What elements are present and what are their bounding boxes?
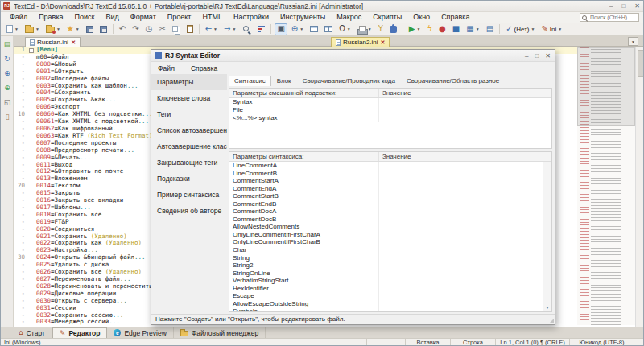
value-cell[interactable]: [378, 185, 551, 193]
view-tab-folder[interactable]: Файловый менеджер: [174, 327, 266, 338]
sync-icon[interactable]: ↻: [1, 52, 14, 65]
value-cell[interactable]: [378, 170, 551, 178]
table-row[interactable]: StringOnLine: [229, 270, 551, 278]
dialog-tab[interactable]: Синтаксис: [229, 76, 271, 86]
table-row[interactable]: CommentDocA: [229, 208, 551, 216]
tab-close-icon[interactable]: ✕: [71, 39, 76, 45]
value-cell[interactable]: [378, 162, 551, 170]
copy-button[interactable]: [170, 23, 183, 35]
grid-button[interactable]: ▦▼: [464, 23, 481, 35]
menu-item[interactable]: Макрос: [331, 12, 367, 23]
dialog-nav-item[interactable]: Сведения об авторе: [151, 203, 227, 219]
table-row[interactable]: Symbols: [229, 307, 551, 312]
table-row[interactable]: OnlyLineCommentIfFirstCharA: [229, 231, 551, 239]
menu-item[interactable]: Справка: [436, 12, 475, 23]
table-row[interactable]: OnlyLineCommentIfFirstCharB: [229, 238, 551, 246]
value-cell[interactable]: [378, 285, 551, 293]
menu-item[interactable]: Поиск: [69, 12, 101, 23]
value-cell[interactable]: [378, 216, 551, 224]
tab-list-dropdown[interactable]: ▼: [628, 37, 638, 46]
save-button[interactable]: [84, 23, 96, 35]
plugins-button[interactable]: [387, 23, 399, 35]
table-row[interactable]: String: [229, 254, 551, 262]
value-cell[interactable]: [378, 246, 551, 254]
menu-item[interactable]: Инструменты: [275, 12, 331, 23]
view-tab-home[interactable]: ⌂Старт: [12, 327, 52, 338]
search-button[interactable]: [240, 23, 254, 35]
scroll-down-icon[interactable]: ▼: [543, 304, 551, 311]
value-cell[interactable]: [378, 307, 551, 312]
split-window-button[interactable]: [308, 23, 320, 35]
browser-preview-button[interactable]: ⊕▼: [289, 23, 306, 35]
table-row[interactable]: LineCommentB: [229, 170, 551, 178]
dialog-menu-item[interactable]: Справка: [191, 64, 217, 72]
dialog-nav-item[interactable]: Параметры: [151, 74, 227, 90]
table-row[interactable]: Syntax: [229, 98, 551, 106]
scrollbar-thumb[interactable]: [638, 50, 644, 77]
value-cell[interactable]: [378, 200, 551, 208]
menu-item[interactable]: HTML: [196, 12, 228, 23]
table-row[interactable]: CommentEndA: [229, 185, 551, 193]
value-cell[interactable]: [378, 98, 551, 106]
print-button[interactable]: ▼: [355, 23, 374, 35]
menu-item[interactable]: Окно: [407, 12, 436, 23]
dialog-maximize-button[interactable]: □: [535, 52, 539, 60]
table-button[interactable]: ▤: [484, 23, 496, 35]
tab-close-icon[interactable]: ✕: [381, 39, 386, 45]
vertical-scrollbar[interactable]: [635, 47, 644, 327]
table-row[interactable]: CommentEndB: [229, 200, 551, 208]
dialog-title-bar[interactable]: RJ Syntax Editor –□✕: [151, 50, 555, 62]
table-row[interactable]: CommentStartA: [229, 177, 551, 185]
syntax-params-table[interactable]: Параметры синтаксиса: Значение LineComme…: [229, 151, 552, 312]
close-button[interactable]: ✕: [634, 1, 640, 12]
table-row[interactable]: AllowEscapeOutsideString: [229, 300, 551, 308]
table-row[interactable]: CommentDocB: [229, 216, 551, 224]
syntax-mode-button[interactable]: ✎Ini▼: [539, 23, 564, 35]
paste-button[interactable]: [184, 23, 196, 35]
table-row[interactable]: CommentStartB: [229, 192, 551, 200]
run-script-button[interactable]: ϟ: [425, 23, 436, 35]
table-row[interactable]: LineCommentA: [229, 162, 551, 170]
menu-item[interactable]: Правка: [33, 12, 68, 23]
focus-mode-button[interactable]: ▣: [275, 23, 287, 35]
www-icon[interactable]: ⊕: [1, 81, 14, 94]
favorites-button[interactable]: ★▼: [64, 23, 82, 35]
table-row[interactable]: AllowNestedComments: [229, 223, 551, 231]
value-cell[interactable]: [378, 277, 551, 285]
save-all-button[interactable]: [97, 23, 109, 35]
tab-russian2-ini[interactable]: Russian2.ini ✕: [331, 37, 390, 47]
value-cell[interactable]: [378, 262, 551, 270]
table-row[interactable]: <%...%> syntax: [229, 114, 551, 122]
clipboard-icon[interactable]: ▯: [1, 110, 14, 123]
quick-search[interactable]: [580, 13, 639, 22]
cut-button[interactable]: ✂: [156, 23, 167, 35]
redo-button[interactable]: ↷: [130, 23, 141, 35]
view-tab-edge[interactable]: eEdge Preview: [107, 327, 173, 338]
table-row[interactable]: File: [229, 106, 551, 114]
menu-item[interactable]: Скрипты: [367, 12, 407, 23]
dialog-nav-item[interactable]: Список автозавершения (Ctrl+: [151, 122, 227, 138]
files-panel-icon[interactable]: ▤: [1, 38, 14, 51]
dialog-nav-item[interactable]: Подсказки: [151, 171, 227, 187]
table-row[interactable]: HexIdentifier: [229, 285, 551, 293]
table-row[interactable]: String2: [229, 262, 551, 270]
record-macro-button[interactable]: ●: [436, 23, 448, 35]
value-cell[interactable]: [378, 270, 551, 278]
minimap-viewport[interactable]: [577, 47, 635, 126]
value-cell[interactable]: [378, 192, 551, 200]
new-file-button[interactable]: ▼: [4, 23, 21, 35]
menu-item[interactable]: Проект: [162, 12, 197, 23]
search-input[interactable]: [590, 14, 638, 20]
minimize-button[interactable]: –: [609, 1, 613, 12]
value-cell[interactable]: [378, 292, 551, 300]
value-cell[interactable]: [378, 238, 551, 246]
navigate-forward-button[interactable]: →▼: [221, 23, 238, 35]
open-recent-button[interactable]: ▼: [43, 23, 63, 35]
globe-icon[interactable]: ⊕: [1, 67, 14, 80]
dialog-tab[interactable]: Сворачивание/Область разное: [401, 76, 505, 86]
dialog-nav-item[interactable]: Ключевые слова: [151, 90, 227, 106]
table-row[interactable]: VerbatimStringStart: [229, 277, 551, 285]
value-cell[interactable]: [378, 300, 551, 308]
menu-item[interactable]: Вид: [101, 12, 125, 23]
value-cell[interactable]: [378, 177, 551, 185]
